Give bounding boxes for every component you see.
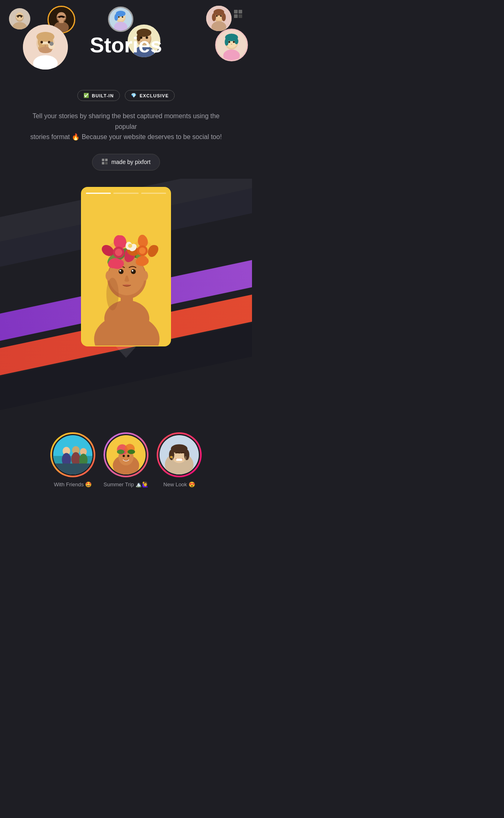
story-figure xyxy=(82,188,170,346)
svg-point-14 xyxy=(62,16,64,18)
svg-rect-67 xyxy=(105,159,108,161)
svg-rect-0 xyxy=(234,10,238,13)
svg-point-128 xyxy=(117,449,124,454)
svg-point-53 xyxy=(216,15,218,17)
story-thumb-3[interactable]: New Look 😍 xyxy=(157,432,202,488)
avatar-6 xyxy=(206,6,232,31)
avatar-7 xyxy=(215,29,248,61)
story-thumb-1[interactable]: With Friends 🤩 xyxy=(50,432,95,488)
svg-point-137 xyxy=(170,456,173,458)
svg-point-125 xyxy=(127,455,130,457)
exclusive-icon: 💎 xyxy=(131,93,137,98)
thumb-circle-2 xyxy=(104,432,148,477)
pixfort-logo-icon xyxy=(233,9,243,21)
svg-rect-3 xyxy=(239,14,242,18)
badge-builtin: ✅ BUILT-IN xyxy=(77,90,120,101)
svg-point-96 xyxy=(115,249,122,256)
svg-point-9 xyxy=(20,16,22,18)
avatar-4 xyxy=(108,7,133,32)
card-pointer xyxy=(116,346,136,358)
story-thumb-2[interactable]: Summer Trip 🏔️🙋‍♀️ xyxy=(104,432,148,488)
svg-point-62 xyxy=(228,41,230,43)
svg-point-78 xyxy=(119,270,121,272)
badges-row: ✅ BUILT-IN 💎 EXCLUSIVE xyxy=(12,90,240,101)
svg-rect-1 xyxy=(239,10,242,13)
cta-label: made by pixfort xyxy=(111,159,151,165)
cta-icon xyxy=(101,158,108,166)
thumb-inner-3 xyxy=(158,434,200,476)
story-card[interactable] xyxy=(81,187,171,346)
svg-point-134 xyxy=(169,449,174,460)
thumb-label-2: Summer Trip 🏔️🙋‍♀️ xyxy=(104,481,148,488)
svg-point-27 xyxy=(45,45,46,47)
badge-exclusive: 💎 EXCLUSIVE xyxy=(125,90,175,101)
thumbnails-section: With Friends 🤩 xyxy=(0,416,252,510)
svg-point-79 xyxy=(132,270,133,272)
svg-rect-68 xyxy=(102,162,104,164)
svg-point-135 xyxy=(184,449,189,460)
thumb-circle-3 xyxy=(157,432,202,477)
cta-button[interactable]: made by pixfort xyxy=(92,154,160,171)
story-progress-bars xyxy=(86,193,166,194)
svg-point-36 xyxy=(118,16,120,18)
svg-point-63 xyxy=(233,41,235,43)
progress-bar-3 xyxy=(141,193,166,194)
svg-point-51 xyxy=(212,13,216,21)
thumb-circle-1 xyxy=(50,432,95,477)
svg-point-13 xyxy=(59,16,61,18)
thumb-label-1: With Friends 🤩 xyxy=(54,481,92,488)
svg-rect-66 xyxy=(102,159,104,161)
svg-point-124 xyxy=(123,455,125,457)
thumb-inner-1 xyxy=(52,434,94,476)
page-title: Stories xyxy=(81,33,171,57)
progress-bar-1 xyxy=(86,193,111,194)
thumbnails-row: With Friends 🤩 xyxy=(8,432,244,488)
svg-point-52 xyxy=(222,13,226,21)
svg-rect-136 xyxy=(176,458,182,461)
progress-bar-2 xyxy=(113,193,138,194)
hero-description: Tell your stories by sharing the best ca… xyxy=(28,111,224,142)
svg-rect-120 xyxy=(53,463,92,474)
svg-point-25 xyxy=(40,41,43,43)
thumb-label-3: New Look 😍 xyxy=(163,481,195,488)
hero-section: ✅ BUILT-IN 💎 EXCLUSIVE Tell your stories… xyxy=(0,90,252,179)
svg-point-60 xyxy=(225,38,228,46)
page-wrapper: Stories ✅ BUILT-IN 💎 EXCLUSIVE Tell your… xyxy=(0,0,252,510)
svg-point-76 xyxy=(119,269,124,274)
svg-point-8 xyxy=(17,16,19,18)
builtin-label: BUILT-IN xyxy=(92,93,114,98)
avatar-3 xyxy=(23,25,68,70)
svg-point-129 xyxy=(128,449,135,454)
builtin-icon: ✅ xyxy=(83,93,90,98)
svg-point-81 xyxy=(142,271,148,281)
svg-point-30 xyxy=(50,42,54,46)
svg-point-37 xyxy=(122,16,124,18)
svg-point-54 xyxy=(220,15,222,17)
svg-point-77 xyxy=(131,269,136,274)
svg-rect-2 xyxy=(234,14,238,18)
thumb-inner-2 xyxy=(105,434,147,476)
svg-rect-69 xyxy=(105,162,108,164)
svg-point-61 xyxy=(234,38,238,44)
svg-point-110 xyxy=(128,244,132,248)
story-card-wrapper xyxy=(81,187,171,358)
avatar-1 xyxy=(9,8,30,29)
avatars-section: Stories xyxy=(0,0,252,90)
svg-rect-16 xyxy=(59,20,64,23)
exclusive-label: EXCLUSIVE xyxy=(140,93,169,98)
svg-point-111 xyxy=(106,278,119,310)
svg-point-64 xyxy=(231,44,232,45)
diagonal-bg xyxy=(0,179,252,416)
svg-point-107 xyxy=(139,247,146,254)
svg-point-35 xyxy=(115,14,118,20)
